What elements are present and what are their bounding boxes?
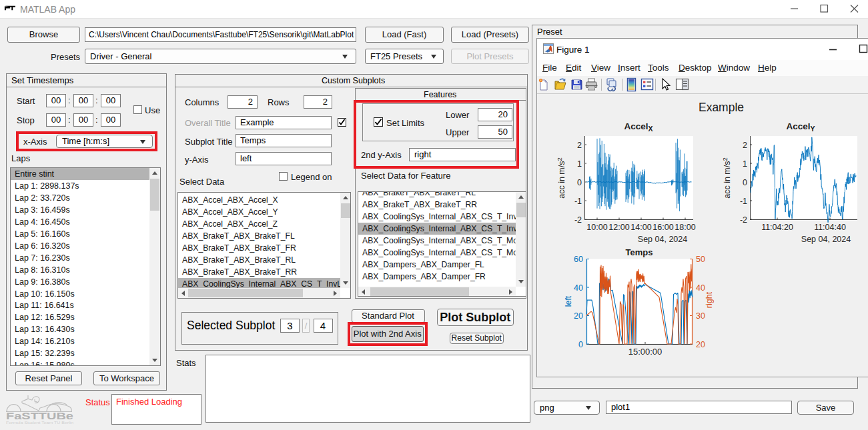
svg-text:right: right	[705, 291, 714, 308]
svg-text:1: 1	[743, 159, 747, 169]
svg-text:1: 1	[577, 159, 582, 169]
svg-text:11:04:20: 11:04:20	[761, 223, 793, 232]
svg-text:-2: -2	[740, 215, 747, 225]
svg-text:60: 60	[574, 255, 583, 264]
svg-text:Sep 04, 2024: Sep 04, 2024	[638, 235, 687, 244]
svg-text:AccelY: AccelY	[786, 121, 815, 133]
svg-text:left: left	[564, 295, 573, 307]
svg-text:acc in m/s2: acc in m/s2	[556, 157, 566, 199]
svg-text:12:00: 12:00	[608, 223, 629, 232]
svg-text:50: 50	[696, 255, 705, 264]
svg-text:0: 0	[743, 178, 747, 187]
svg-text:0: 0	[577, 178, 582, 187]
svg-text:-1: -1	[574, 197, 582, 206]
svg-text:Example: Example	[699, 101, 744, 114]
svg-text:30: 30	[696, 311, 705, 321]
svg-text:15:00:00: 15:00:00	[628, 347, 663, 357]
svg-text:11:04:40: 11:04:40	[814, 223, 846, 232]
svg-text:2: 2	[743, 141, 747, 150]
svg-text:Sep 04, 2024: Sep 04, 2024	[801, 235, 851, 244]
svg-text:10:00: 10:00	[586, 223, 607, 232]
svg-text:-2: -2	[574, 215, 582, 225]
svg-text:-1: -1	[740, 197, 747, 206]
svg-text:FaSTTUBe: FaSTTUBe	[6, 411, 73, 421]
svg-text:40: 40	[696, 283, 705, 293]
svg-text:16:00: 16:00	[653, 223, 673, 232]
svg-text:20: 20	[696, 340, 705, 349]
svg-text:Formula Student Team TU Berlin: Formula Student Team TU Berlin	[6, 421, 73, 425]
svg-text:2: 2	[577, 141, 582, 150]
svg-text:0: 0	[578, 340, 583, 349]
svg-text:Temps: Temps	[626, 247, 653, 257]
svg-text:18:00: 18:00	[675, 223, 695, 232]
svg-text:acc in m/s2: acc in m/s2	[721, 157, 732, 199]
svg-text:AccelX: AccelX	[624, 121, 653, 133]
svg-text:40: 40	[574, 283, 583, 293]
svg-text:14:00: 14:00	[630, 223, 651, 232]
svg-text:20: 20	[574, 311, 583, 321]
